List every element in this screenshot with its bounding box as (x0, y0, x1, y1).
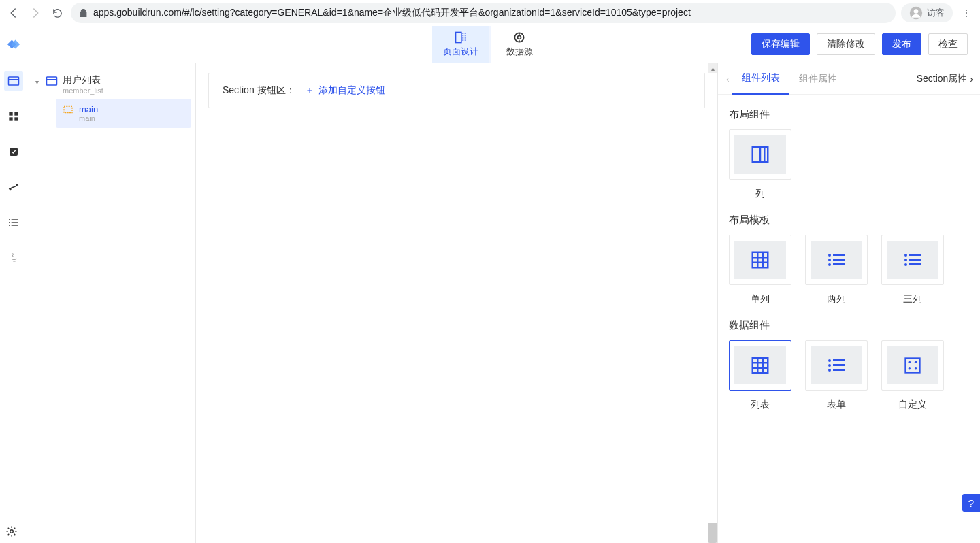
tab-label: 页面设计 (443, 46, 478, 58)
svg-point-58 (909, 367, 911, 370)
comp-column[interactable]: 列 (729, 129, 791, 200)
rail-blocks-icon[interactable] (4, 107, 23, 126)
rail-page-icon[interactable] (4, 71, 23, 90)
svg-point-53 (828, 369, 831, 372)
lock-icon (79, 9, 88, 18)
comp-triple-col[interactable]: 三列 (881, 235, 944, 306)
comp-label: 列表 (751, 399, 770, 411)
svg-rect-21 (47, 77, 57, 85)
svg-rect-10 (14, 112, 18, 115)
app-logo[interactable] (0, 38, 27, 50)
svg-point-19 (9, 225, 10, 226)
tree-child-main[interactable]: main main (56, 99, 191, 128)
svg-rect-27 (753, 252, 768, 268)
tab-page-design[interactable]: 页面设计 (432, 26, 489, 63)
comp-label: 三列 (903, 293, 922, 306)
svg-point-59 (915, 367, 917, 370)
group-template-title: 布局模板 (729, 214, 969, 227)
chevron-left-icon[interactable]: ‹ (723, 73, 732, 84)
comp-single-col[interactable]: 单列 (729, 235, 791, 306)
chrome-menu-button[interactable]: ⋮ (958, 7, 975, 18)
back-button[interactable] (5, 5, 22, 21)
comp-label: 表单 (827, 399, 846, 411)
comp-double-col[interactable]: 两列 (805, 235, 868, 306)
forward-button[interactable] (27, 5, 44, 21)
svg-rect-39 (909, 254, 921, 256)
help-fab[interactable]: ? (962, 494, 980, 512)
profile-chip[interactable]: 访客 (901, 3, 953, 22)
tab-component-list[interactable]: 组件列表 (732, 63, 789, 95)
question-icon: ? (968, 497, 974, 509)
rail-flow-icon[interactable] (4, 178, 23, 197)
page-tree: ▾ 用户列表 member_list main main (27, 63, 196, 543)
svg-rect-54 (833, 369, 845, 371)
save-button[interactable]: 保存编辑 (751, 33, 810, 55)
top-tabs: 页面设计 数据源 (432, 26, 548, 63)
browser-chrome: apps.gobuildrun.com/#/lc/setting?categor… (0, 0, 980, 26)
svg-point-57 (915, 361, 917, 364)
profile-label: 访客 (927, 7, 945, 19)
svg-rect-7 (8, 77, 18, 85)
comp-label: 自定义 (898, 399, 927, 411)
plus-icon: ＋ (305, 84, 314, 97)
add-label: 添加自定义按钮 (318, 84, 385, 97)
header-actions: 保存编辑 清除修改 发布 检查 (751, 33, 968, 55)
tree-root-node[interactable]: ▾ 用户列表 member_list (31, 70, 191, 99)
rail-task-icon[interactable] (4, 142, 23, 161)
right-tabs: ‹ 组件列表 组件属性 Section属性 › (718, 63, 980, 95)
inspect-button[interactable]: 检查 (928, 33, 968, 55)
comp-form[interactable]: 表单 (805, 340, 868, 411)
comp-list[interactable]: 列表 (729, 340, 791, 411)
svg-rect-35 (833, 259, 845, 261)
svg-point-1 (914, 9, 919, 14)
comp-label: 单列 (751, 293, 770, 306)
design-icon (454, 31, 468, 44)
rail-settings-icon[interactable] (5, 525, 18, 538)
publish-button[interactable]: 发布 (882, 33, 921, 55)
svg-point-17 (9, 219, 10, 220)
svg-rect-12 (14, 117, 18, 120)
svg-point-38 (904, 254, 907, 257)
add-custom-button[interactable]: ＋ 添加自定义按钮 (305, 84, 385, 97)
clear-button[interactable]: 清除修改 (817, 33, 875, 55)
scroll-up-icon[interactable]: ▴ (708, 63, 717, 73)
rail-java-icon[interactable] (4, 248, 23, 267)
datasource-icon (512, 31, 526, 44)
group-layout-title: 布局组件 (729, 108, 969, 121)
section-icon (63, 104, 74, 115)
svg-rect-9 (9, 112, 12, 115)
svg-rect-13 (10, 148, 18, 156)
tree-child-title: main (79, 104, 98, 114)
comp-custom[interactable]: 自定义 (881, 340, 944, 411)
svg-rect-50 (833, 359, 845, 361)
nav-rail (0, 63, 27, 543)
svg-rect-23 (64, 106, 72, 112)
design-canvas[interactable]: ▴ Section 按钮区： ＋ 添加自定义按钮 (196, 63, 717, 543)
caret-down-icon[interactable]: ▾ (35, 78, 45, 86)
svg-point-56 (909, 361, 911, 364)
svg-rect-44 (753, 358, 768, 374)
section-button-area[interactable]: Section 按钮区： ＋ 添加自定义按钮 (208, 73, 705, 108)
svg-rect-2 (456, 33, 461, 43)
person-icon (909, 6, 923, 20)
svg-rect-43 (909, 263, 921, 265)
chevron-right-icon: › (970, 73, 973, 84)
svg-rect-52 (833, 364, 845, 366)
svg-rect-37 (833, 263, 845, 265)
section-label: Section 按钮区： (223, 84, 295, 97)
svg-point-51 (828, 364, 831, 367)
app-header: 页面设计 数据源 保存编辑 清除修改 发布 检查 (0, 26, 980, 63)
section-props-link[interactable]: Section属性 › (917, 73, 973, 85)
tab-label: 数据源 (506, 46, 533, 58)
address-bar[interactable]: apps.gobuildrun.com/#/lc/setting?categor… (71, 3, 896, 23)
tree-child-sub: main (79, 114, 98, 122)
scrollbar-thumb[interactable] (708, 523, 717, 543)
tab-datasource[interactable]: 数据源 (491, 26, 548, 63)
comp-label: 两列 (827, 293, 846, 306)
svg-rect-55 (906, 359, 920, 373)
right-panel: ‹ 组件列表 组件属性 Section属性 › 布局组件 列 布局模板 (717, 63, 980, 543)
svg-point-18 (9, 222, 10, 223)
rail-list-icon[interactable] (4, 213, 23, 232)
reload-button[interactable] (49, 5, 65, 21)
tab-component-props[interactable]: 组件属性 (789, 63, 847, 95)
